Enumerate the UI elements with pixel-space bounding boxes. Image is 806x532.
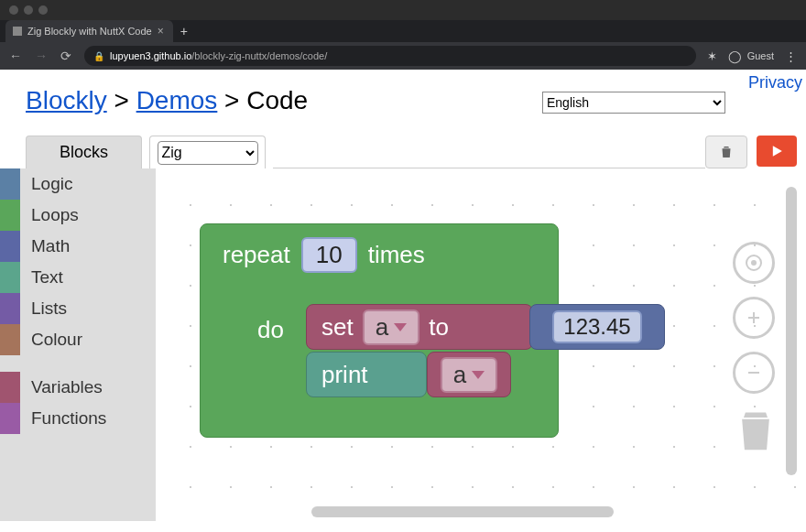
block-print[interactable]: print bbox=[306, 352, 427, 397]
sidebar-item-colour[interactable]: Colour bbox=[0, 324, 156, 355]
tab-blocks[interactable]: Blocks bbox=[26, 136, 142, 168]
block-number[interactable]: 123.45 bbox=[529, 304, 665, 350]
sidebar-item-text[interactable]: Text bbox=[0, 262, 156, 293]
menu-icon[interactable]: ⋮ bbox=[785, 49, 797, 63]
svg-rect-4 bbox=[748, 317, 759, 319]
repeat-times-label: times bbox=[368, 241, 425, 269]
zoom-out-button[interactable] bbox=[733, 352, 775, 394]
minimize-window-icon[interactable] bbox=[24, 5, 33, 15]
page-content: Privacy Blockly > Demos > Code English B… bbox=[0, 70, 806, 532]
set-to-label: to bbox=[429, 313, 449, 342]
sidebar-item-lists[interactable]: Lists bbox=[0, 293, 156, 324]
browser-tabstrip: Zig Blockly with NuttX Code × + bbox=[0, 20, 806, 42]
sidebar-item-math[interactable]: Math bbox=[0, 231, 156, 262]
close-tab-icon[interactable]: × bbox=[158, 25, 164, 38]
chevron-down-icon bbox=[394, 323, 407, 331]
breadcrumb-demos[interactable]: Demos bbox=[136, 86, 218, 114]
sidebar-item-variables[interactable]: Variables bbox=[0, 372, 156, 403]
codegen-select[interactable]: Zig bbox=[158, 141, 258, 165]
vertical-scrollbar[interactable] bbox=[786, 178, 797, 494]
breadcrumb: Blockly > Demos > Code bbox=[26, 86, 308, 115]
profile-label: Guest bbox=[747, 50, 774, 61]
svg-point-1 bbox=[751, 260, 757, 266]
number-input[interactable]: 123.45 bbox=[552, 310, 641, 343]
tab-code[interactable]: Zig bbox=[149, 136, 266, 168]
trashcan-icon bbox=[735, 406, 777, 453]
language-select[interactable]: English bbox=[542, 92, 725, 114]
breadcrumb-sep: > bbox=[224, 86, 246, 114]
address-bar[interactable]: 🔒 lupyuen3.github.io/blockly-zig-nuttx/d… bbox=[84, 46, 696, 66]
set-label: set bbox=[321, 313, 354, 342]
browser-window: Zig Blockly with NuttX Code × + ← → ⟳ 🔒 … bbox=[0, 0, 806, 532]
print-label: print bbox=[321, 361, 368, 388]
language-dropdown[interactable]: English bbox=[542, 92, 725, 114]
breadcrumb-sep: > bbox=[114, 86, 136, 114]
set-var-dropdown[interactable]: a bbox=[363, 309, 419, 345]
browser-tab[interactable]: Zig Blockly with NuttX Code × bbox=[5, 20, 173, 42]
sidebar-item-functions[interactable]: Functions bbox=[0, 403, 156, 434]
workspace-controls bbox=[733, 242, 775, 394]
clear-button[interactable] bbox=[705, 136, 747, 168]
privacy-link[interactable]: Privacy bbox=[748, 73, 802, 92]
blockly-workspace[interactable]: repeat 10 times do set a to 123.45 print… bbox=[156, 168, 797, 521]
macos-titlebar bbox=[0, 0, 806, 20]
run-button[interactable] bbox=[757, 136, 797, 167]
forward-button[interactable]: → bbox=[35, 49, 48, 63]
chevron-down-icon bbox=[472, 371, 485, 379]
zoom-in-button[interactable] bbox=[733, 297, 775, 339]
url-host: lupyuen3.github.io bbox=[110, 50, 191, 61]
scrollbar-thumb[interactable] bbox=[311, 506, 614, 517]
horizontal-scrollbar[interactable] bbox=[174, 506, 724, 517]
svg-rect-5 bbox=[748, 372, 759, 374]
repeat-count-input[interactable]: 10 bbox=[301, 237, 357, 273]
close-window-icon[interactable] bbox=[9, 5, 18, 15]
breadcrumb-blockly[interactable]: Blockly bbox=[26, 86, 107, 114]
new-tab-button[interactable]: + bbox=[180, 24, 188, 38]
trash-icon bbox=[718, 144, 735, 160]
var-dropdown[interactable]: a bbox=[441, 357, 497, 393]
svg-rect-0 bbox=[13, 27, 22, 36]
back-button[interactable]: ← bbox=[9, 49, 22, 63]
app-toolbar: Blocks Zig bbox=[0, 136, 806, 168]
center-button[interactable] bbox=[733, 242, 775, 284]
zoom-window-icon[interactable] bbox=[38, 5, 48, 15]
play-icon bbox=[768, 142, 786, 160]
extensions-icon[interactable]: ✶ bbox=[707, 49, 717, 63]
repeat-label: repeat bbox=[223, 241, 290, 269]
block-variable-get[interactable]: a bbox=[427, 352, 511, 397]
workspace-trashcan[interactable] bbox=[735, 406, 777, 457]
sidebar-item-loops[interactable]: Loops bbox=[0, 200, 156, 231]
browser-toolbar: ← → ⟳ 🔒 lupyuen3.github.io/blockly-zig-n… bbox=[0, 42, 806, 70]
repeat-do-label: do bbox=[257, 316, 284, 344]
block-set-variable[interactable]: set a to bbox=[306, 304, 533, 350]
toolbox-sidebar: Logic Loops Math Text Lists Colour Varia… bbox=[0, 168, 156, 521]
reload-button[interactable]: ⟳ bbox=[60, 49, 71, 63]
scrollbar-thumb[interactable] bbox=[786, 187, 797, 475]
tab-title: Zig Blockly with NuttX Code bbox=[27, 26, 152, 37]
breadcrumb-code: Code bbox=[246, 86, 308, 114]
favicon-icon bbox=[13, 27, 22, 36]
url-path: /blockly-zig-nuttx/demos/code/ bbox=[191, 50, 327, 61]
sidebar-item-logic[interactable]: Logic bbox=[0, 168, 156, 200]
profile-icon[interactable]: ◯ bbox=[728, 49, 742, 63]
lock-icon: 🔒 bbox=[93, 51, 104, 61]
